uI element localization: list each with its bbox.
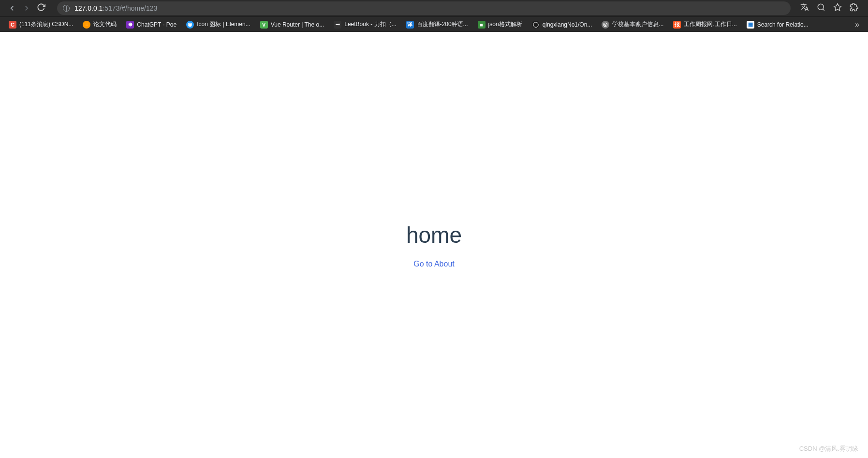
bookmark-favicon-icon: V <box>260 21 268 29</box>
extensions-icon[interactable] <box>850 3 858 14</box>
url-host: 127.0.0.1 <box>74 4 103 12</box>
bookmark-favicon-icon: ⊕ <box>126 21 134 29</box>
bookmark-label: 百度翻译-200种语... <box>417 20 468 29</box>
svg-line-1 <box>823 9 824 10</box>
forward-button[interactable] <box>22 4 31 13</box>
bookmark-item[interactable]: VVue Router | The o... <box>256 19 328 30</box>
bookmarks-bar: C(111条消息) CSDN...≡论文代码⊕ChatGPT - Poe◉Ico… <box>0 16 868 32</box>
toolbar-right-group <box>794 3 864 14</box>
nav-buttons-group <box>4 3 49 14</box>
page-heading: home <box>406 222 462 248</box>
bookmarks-overflow-icon[interactable]: » <box>851 20 863 29</box>
bookmark-favicon-icon: ⊸ <box>334 21 341 29</box>
bookmark-label: ChatGPT - Poe <box>137 21 177 28</box>
url-path: :5173/#/home/123 <box>103 4 157 12</box>
bookmark-label: 论文代码 <box>93 20 117 29</box>
bookmark-favicon-icon: ◉ <box>186 21 194 29</box>
translate-icon[interactable] <box>800 3 809 14</box>
bookmark-favicon-icon: ■ <box>478 21 485 29</box>
bookmark-item[interactable]: ◉Icon 图标 | Elemen... <box>182 18 254 30</box>
bookmark-favicon-icon: 报 <box>673 21 681 29</box>
back-button[interactable] <box>8 4 16 13</box>
bookmark-label: qingxiangNo1/On... <box>543 21 592 28</box>
bookmark-item[interactable]: 译百度翻译-200种语... <box>402 18 472 30</box>
bookmark-item[interactable]: C(111条消息) CSDN... <box>5 18 77 30</box>
address-bar[interactable]: i 127.0.0.1:5173/#/home/123 <box>57 1 791 15</box>
go-to-about-link[interactable]: Go to About <box>413 260 455 268</box>
bookmark-label: Icon 图标 | Elemen... <box>197 20 250 29</box>
bookmark-favicon-icon: 译 <box>406 21 414 29</box>
reload-button[interactable] <box>37 3 45 14</box>
page-content: home Go to About CSDN @清风.雾玥缘 <box>0 32 868 458</box>
bookmark-favicon-icon: ▦ <box>747 21 754 29</box>
svg-point-0 <box>818 4 824 10</box>
bookmark-item[interactable]: 报工作周报网,工作日... <box>669 18 740 30</box>
bookmark-label: Search for Relatio... <box>757 21 809 28</box>
site-info-icon[interactable]: i <box>63 5 70 12</box>
bookmark-item[interactable]: ▦Search for Relatio... <box>743 19 812 30</box>
bookmark-label: Vue Router | The o... <box>271 21 324 28</box>
bookmark-item[interactable]: ⊸LeetBook - 力扣（... <box>330 18 400 30</box>
bookmark-item[interactable]: ⊕ChatGPT - Poe <box>122 19 180 30</box>
bookmark-item[interactable]: ■json格式解析 <box>474 18 526 30</box>
bookmark-label: 学校基本账户信息... <box>612 20 663 29</box>
bookmark-label: (111条消息) CSDN... <box>19 20 73 29</box>
bookmark-label: json格式解析 <box>488 20 522 29</box>
bookmark-item[interactable]: ◯qingxiangNo1/On... <box>528 19 596 30</box>
bookmark-favicon-icon: ◯ <box>532 21 540 29</box>
bookmark-favicon-icon: C <box>9 21 16 29</box>
bookmark-item[interactable]: ≡论文代码 <box>79 18 120 30</box>
url-display: 127.0.0.1:5173/#/home/123 <box>74 4 157 12</box>
bookmark-star-icon[interactable] <box>833 3 842 14</box>
watermark: CSDN @清风.雾玥缘 <box>799 444 858 453</box>
bookmark-item[interactable]: ◎学校基本账户信息... <box>598 18 667 30</box>
svg-marker-2 <box>834 4 841 11</box>
bookmark-favicon-icon: ≡ <box>83 21 90 29</box>
bookmark-label: 工作周报网,工作日... <box>684 20 736 29</box>
browser-toolbar: i 127.0.0.1:5173/#/home/123 <box>0 0 868 16</box>
zoom-icon[interactable] <box>817 3 825 14</box>
bookmark-label: LeetBook - 力扣（... <box>344 20 396 29</box>
bookmark-favicon-icon: ◎ <box>602 21 609 29</box>
